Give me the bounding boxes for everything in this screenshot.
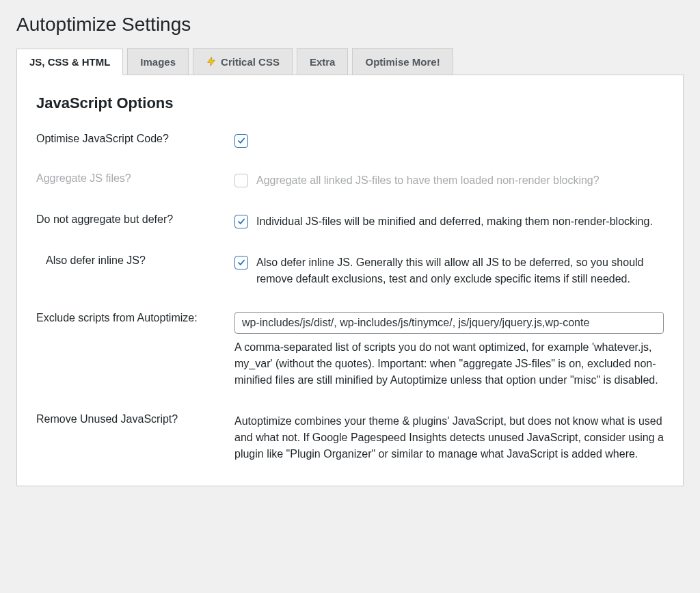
tab-optimise-more[interactable]: Optimise More!	[352, 48, 453, 75]
desc-aggregate-js: Aggregate all linked JS-files to have th…	[256, 172, 600, 189]
tab-label: Optimise More!	[365, 56, 440, 68]
row-optimise-js: Optimise JavaScript Code?	[36, 133, 664, 148]
lightning-icon	[206, 56, 217, 67]
label-defer-inline: Also defer inline JS?	[36, 254, 234, 267]
label-remove-unused: Remove Unused JavaScript?	[36, 413, 234, 425]
checkbox-optimise-js[interactable]	[234, 134, 248, 148]
tab-images[interactable]: Images	[127, 48, 189, 75]
input-exclude-scripts[interactable]	[234, 312, 664, 334]
tab-label: Extra	[310, 56, 336, 68]
label-exclude-scripts: Exclude scripts from Autoptimize:	[36, 312, 234, 324]
checkbox-aggregate-js	[234, 174, 248, 187]
tab-label: JS, CSS & HTML	[29, 56, 110, 68]
row-defer-inline: Also defer inline JS? Also defer inline …	[36, 254, 664, 287]
section-title: JavaScript Options	[36, 94, 664, 112]
tab-extra[interactable]: Extra	[297, 48, 349, 75]
help-exclude-scripts: A comma-separated list of scripts you do…	[234, 339, 664, 388]
tab-js-css-html[interactable]: JS, CSS & HTML	[16, 49, 123, 75]
checkbox-defer-js[interactable]	[234, 215, 248, 228]
page-title: Autoptimize Settings	[16, 14, 684, 36]
settings-panel: JavaScript Options Optimise JavaScript C…	[16, 75, 684, 486]
label-optimise-js: Optimise JavaScript Code?	[36, 133, 234, 145]
tab-critical-css[interactable]: Critical CSS	[193, 48, 293, 75]
tab-label: Critical CSS	[221, 56, 280, 68]
label-defer-js: Do not aggregate but defer?	[36, 213, 234, 226]
row-remove-unused: Remove Unused JavaScript? Autoptimize co…	[36, 413, 664, 462]
row-exclude-scripts: Exclude scripts from Autoptimize: A comm…	[36, 312, 664, 388]
label-aggregate-js: Aggregate JS files?	[36, 172, 234, 185]
desc-defer-inline: Also defer inline JS. Generally this wil…	[256, 254, 664, 287]
desc-defer-js: Individual JS-files will be minified and…	[256, 213, 653, 230]
checkbox-defer-inline[interactable]	[234, 256, 248, 269]
tab-row: JS, CSS & HTML Images Critical CSS Extra…	[16, 48, 684, 75]
row-aggregate-js: Aggregate JS files? Aggregate all linked…	[36, 172, 664, 189]
desc-remove-unused: Autoptimize combines your theme & plugin…	[234, 413, 664, 462]
row-defer-js: Do not aggregate but defer? Individual J…	[36, 213, 664, 230]
tab-label: Images	[140, 56, 176, 68]
